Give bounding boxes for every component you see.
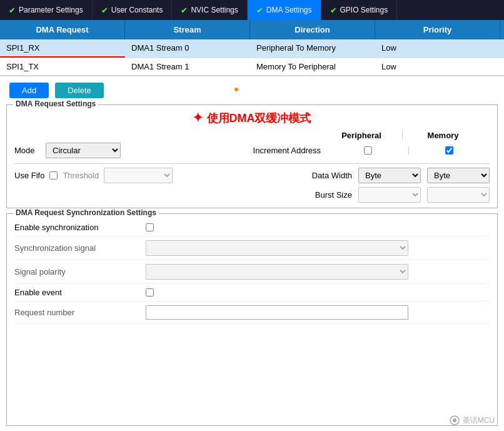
signal-polarity-label: Signal polarity [14, 267, 139, 276]
cell-request-2: SPI1_TX [0, 58, 125, 75]
star-icon: ✦ [193, 111, 203, 124]
check-icon-dma: ✔ [256, 6, 263, 15]
tab-nvic-settings[interactable]: ✔ NVIC Settings [172, 0, 247, 20]
cell-direction-2: Memory To Peripheral [250, 58, 375, 75]
burst-row: Burst Size [14, 187, 490, 203]
memory-col-header: Memory [402, 131, 483, 140]
cell-stream-2: DMA1 Stream 1 [125, 58, 250, 75]
check-icon-nvic: ✔ [181, 6, 188, 15]
data-width-label: Data Width [312, 171, 352, 180]
top-nav: ✔ Parameter Settings ✔ User Constants ✔ … [0, 0, 504, 20]
threshold-select[interactable] [104, 168, 173, 183]
fifo-row: Use Fifo Threshold Data Width Byte Half … [14, 168, 490, 183]
sync-signal-label: Synchronization signal [14, 243, 139, 253]
dma-divider [14, 163, 490, 164]
cell-priority-2: Low [375, 58, 500, 75]
sync-row-signal-polarity: Signal polarity [14, 260, 490, 284]
enable-sync-label: Enable synchronization [14, 223, 139, 232]
dma-annotation: ✦ 使用DMA双缓冲模式 [14, 110, 490, 126]
table-body: SPI1_RX DMA1 Stream 0 Peripheral To Memo… [0, 39, 504, 76]
enable-event-label: Enable event [14, 288, 139, 297]
peripheral-burst-select[interactable] [358, 187, 421, 203]
sync-settings-box: DMA Request Synchronization Settings Ena… [6, 213, 498, 426]
table-row[interactable]: SPI1_RX DMA1 Stream 0 Peripheral To Memo… [0, 39, 504, 58]
col-stream: Stream [125, 20, 250, 39]
sync-signal-select[interactable] [146, 240, 408, 256]
enable-event-checkbox[interactable] [146, 288, 154, 297]
threshold-label: Threshold [63, 171, 99, 180]
dma-settings-title: DMA Request Settings [13, 99, 98, 108]
main-content: DMA Request Stream Direction Priority SP… [0, 20, 504, 431]
mode-row: Mode Circular Normal Increment Address [14, 143, 490, 158]
sync-row-enable-event: Enable event [14, 284, 490, 302]
enable-sync-checkbox[interactable] [146, 223, 154, 231]
watermark-logo-icon [449, 415, 460, 426]
cell-direction-1: Peripheral To Memory [250, 39, 375, 58]
col-priority: Priority [375, 20, 500, 39]
memory-data-width-select[interactable]: Byte Half Word Word [427, 168, 490, 183]
request-number-input[interactable] [146, 305, 408, 320]
use-fifo-label: Use Fifo [14, 171, 44, 180]
table-row[interactable]: SPI1_TX DMA1 Stream 1 Memory To Peripher… [0, 58, 504, 76]
peripheral-col-header: Peripheral [321, 131, 402, 140]
increment-address-label: Increment Address [221, 146, 321, 155]
tab-dma-settings[interactable]: ✔ DMA Settings [248, 0, 321, 20]
watermark: 茶话MCU [449, 415, 495, 426]
table-header: DMA Request Stream Direction Priority [0, 20, 504, 39]
col-direction: Direction [250, 20, 375, 39]
delete-button[interactable]: Delete [55, 83, 104, 98]
svg-point-1 [453, 418, 456, 422]
dma-col-headers: Peripheral Memory [14, 131, 490, 140]
cell-request-1: SPI1_RX [0, 39, 125, 58]
orange-dot [234, 88, 238, 91]
sync-row-request-number: Request number [14, 302, 490, 324]
check-icon-param: ✔ [9, 6, 16, 15]
cell-stream-1: DMA1 Stream 0 [125, 39, 250, 58]
peripheral-data-width-select[interactable]: Byte Half Word Word [358, 168, 421, 183]
dma-request-settings-box: DMA Request Settings ✦ 使用DMA双缓冲模式 Periph… [6, 104, 498, 208]
check-icon-gpio: ✔ [330, 6, 337, 15]
check-icon-user: ✔ [101, 6, 108, 15]
sync-row-enable-sync: Enable synchronization [14, 219, 490, 236]
add-button[interactable]: Add [9, 83, 49, 98]
memory-burst-select[interactable] [427, 187, 490, 203]
burst-size-label: Burst Size [252, 190, 352, 200]
cell-priority-1: Low [375, 39, 500, 58]
peripheral-increment-checkbox[interactable] [364, 146, 372, 155]
col-dma-request: DMA Request [0, 20, 125, 39]
sync-settings-title: DMA Request Synchronization Settings [13, 208, 159, 217]
use-fifo-checkbox[interactable] [49, 171, 58, 180]
sync-row-sync-signal: Synchronization signal [14, 236, 490, 260]
mode-label: Mode [14, 146, 46, 155]
tab-gpio-settings[interactable]: ✔ GPIO Settings [321, 0, 398, 20]
mode-select[interactable]: Circular Normal [46, 143, 121, 158]
memory-increment-checkbox-cell [408, 146, 490, 155]
signal-polarity-select[interactable] [146, 264, 408, 280]
memory-increment-checkbox[interactable] [445, 146, 453, 155]
request-number-label: Request number [14, 308, 139, 317]
peripheral-increment-checkbox-cell [327, 146, 408, 155]
tab-parameter-settings[interactable]: ✔ Parameter Settings [0, 0, 93, 20]
tab-user-constants[interactable]: ✔ User Constants [93, 0, 173, 20]
